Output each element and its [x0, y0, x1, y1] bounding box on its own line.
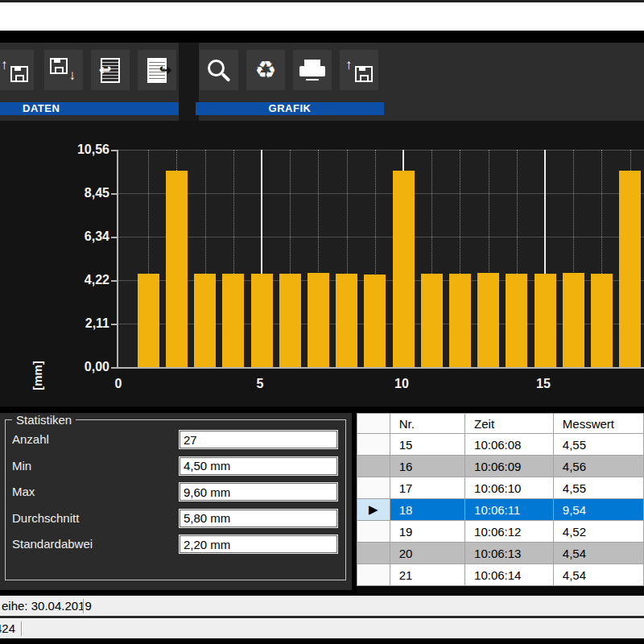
stat-label-anzahl: Anzahl — [12, 431, 49, 448]
cell-zeit[interactable]: 10:06:13 — [465, 543, 554, 564]
table-row-19[interactable]: 1910:06:124,52 — [357, 521, 644, 543]
table-row-15[interactable]: 1510:06:084,55 — [357, 434, 644, 456]
document-swoosh-out-icon: ↪ — [147, 58, 167, 83]
cell-nr[interactable]: 15 — [390, 434, 464, 456]
cell-messwert[interactable]: 4,55 — [553, 477, 643, 499]
h-gridline — [118, 237, 644, 237]
bar-measurement-6 — [279, 274, 301, 367]
y-tick-mark — [111, 324, 117, 325]
table-row-21[interactable]: 2110:06:144,54 — [357, 564, 644, 586]
separator-band — [0, 31, 644, 43]
magnifier-icon — [208, 60, 225, 76]
x-tick-label: 10 — [386, 377, 418, 391]
statistics-panel: Statistiken AnzahlMinMaxDurchschnittStan… — [0, 413, 352, 590]
table-row-17[interactable]: 1710:06:104,55 — [357, 477, 644, 499]
cell-nr[interactable]: 17 — [390, 477, 464, 499]
y-tick-mark — [111, 150, 117, 151]
cell-messwert[interactable]: 4,54 — [553, 564, 643, 586]
load-data-button[interactable]: ↑ — [0, 50, 34, 90]
h-gridline — [118, 150, 644, 151]
bar-measurement-9 — [364, 275, 386, 367]
y-tick-mark — [111, 237, 117, 238]
stat-label-standardabwei: Standardabwei — [12, 535, 93, 553]
measurement-bar-chart: [mm] 0,002,114,226,348,4510,56051015 — [0, 121, 644, 407]
statistics-groupbox: Statistiken AnzahlMinMaxDurchschnittStan… — [5, 419, 346, 580]
floppy-arrow-up-icon: ↑ — [1, 58, 28, 82]
zoom-button[interactable] — [200, 50, 238, 90]
document-swoosh-in-icon: ↩ — [101, 58, 120, 83]
bar-measurement-1 — [138, 274, 159, 367]
stat-value-anzahl[interactable] — [180, 431, 337, 448]
cell-nr[interactable]: 19 — [390, 521, 464, 543]
cell-zeit[interactable]: 10:06:11 — [465, 499, 554, 521]
floppy-arrow-up-icon: ↑ — [345, 58, 373, 82]
stat-value-standardabwei[interactable] — [180, 535, 337, 553]
stat-value-max[interactable] — [180, 483, 337, 501]
y-tick-mark — [111, 280, 117, 282]
column-header-nr[interactable]: Nr. — [390, 414, 464, 434]
cell-zeit[interactable]: 10:06:09 — [465, 456, 554, 477]
y-tick-label: 8,45 — [60, 186, 109, 200]
cell-nr[interactable]: 18 — [390, 499, 464, 521]
h-gridline — [118, 193, 644, 194]
cell-messwert[interactable]: 4,56 — [553, 456, 643, 477]
row-header-cell[interactable] — [357, 456, 390, 477]
cell-zeit[interactable]: 10:06:10 — [465, 477, 554, 499]
y-axis-title: [mm] — [31, 361, 44, 390]
bar-measurement-18 — [619, 171, 641, 367]
row-header-cell[interactable] — [357, 521, 390, 543]
row-header-cell[interactable] — [357, 477, 390, 499]
print-button[interactable] — [293, 50, 332, 90]
bar-measurement-8 — [336, 274, 357, 367]
stat-value-durchschnitt[interactable] — [180, 510, 337, 527]
table-row-16[interactable]: 1610:06:094,56 — [357, 456, 644, 477]
cell-zeit[interactable]: 10:06:12 — [465, 521, 554, 543]
cell-zeit[interactable]: 10:06:14 — [465, 564, 554, 586]
bar-measurement-14 — [506, 274, 527, 367]
status-counter: 424 — [0, 619, 15, 638]
row-header-cell[interactable] — [357, 564, 390, 586]
bar-measurement-5 — [251, 274, 273, 367]
row-header-cell[interactable] — [357, 434, 390, 456]
table-row-18[interactable]: ▶1810:06:119,54 — [357, 499, 644, 521]
y-tick-mark — [111, 367, 117, 369]
cell-messwert[interactable]: 9,54 — [553, 499, 643, 521]
column-header-messwert[interactable]: Messwert — [553, 414, 643, 434]
cell-messwert[interactable]: 4,55 — [553, 434, 643, 456]
bar-measurement-11 — [421, 274, 443, 367]
bar-measurement-10 — [393, 171, 415, 367]
save-graphic-button[interactable]: ↑ — [340, 50, 378, 90]
save-data-button[interactable]: ↓ — [44, 50, 83, 90]
bar-measurement-7 — [308, 273, 329, 367]
cell-nr[interactable]: 16 — [390, 456, 464, 477]
cell-zeit[interactable]: 10:06:08 — [465, 434, 554, 456]
refresh-button[interactable]: ♻ — [246, 50, 285, 90]
export-data-button[interactable]: ↪ — [138, 50, 176, 90]
toolbar-group-label-grafik: GRAFIK — [196, 102, 384, 115]
y-tick-mark — [111, 193, 117, 195]
statistics-title: Statistiken — [12, 413, 76, 427]
y-tick-label: 10,56 — [60, 142, 109, 157]
table-row-20[interactable]: 2010:06:134,54 — [357, 543, 644, 564]
status-bar-1: eihe: 30.04.2019 — [0, 596, 644, 617]
x-tick-label: 5 — [244, 377, 276, 391]
stat-value-min[interactable] — [180, 457, 337, 475]
measurement-table: Nr.ZeitMesswert1510:06:084,551610:06:094… — [357, 413, 644, 593]
bar-measurement-3 — [194, 274, 216, 367]
bar-measurement-2 — [166, 171, 188, 367]
cell-messwert[interactable]: 4,52 — [553, 521, 643, 543]
floppy-arrow-down-icon: ↓ — [50, 58, 77, 82]
current-row-arrow-icon[interactable]: ▶ — [357, 499, 390, 521]
toolbar: ↑ ↓ ↩ ↪ DATEN ♻ — [0, 43, 644, 121]
cell-messwert[interactable]: 4,54 — [553, 543, 643, 564]
cell-nr[interactable]: 20 — [390, 543, 464, 564]
row-header-cell[interactable] — [357, 543, 390, 564]
stat-label-max: Max — [12, 483, 35, 501]
column-header-zeit[interactable]: Zeit — [465, 414, 554, 434]
stat-label-durchschnitt: Durchschnitt — [12, 510, 79, 527]
cell-nr[interactable]: 21 — [390, 564, 464, 586]
status-series-date: eihe: 30.04.2019 — [2, 597, 92, 616]
row-header-column — [357, 414, 390, 434]
bar-measurement-12 — [449, 274, 471, 367]
import-data-button[interactable]: ↩ — [91, 50, 130, 90]
